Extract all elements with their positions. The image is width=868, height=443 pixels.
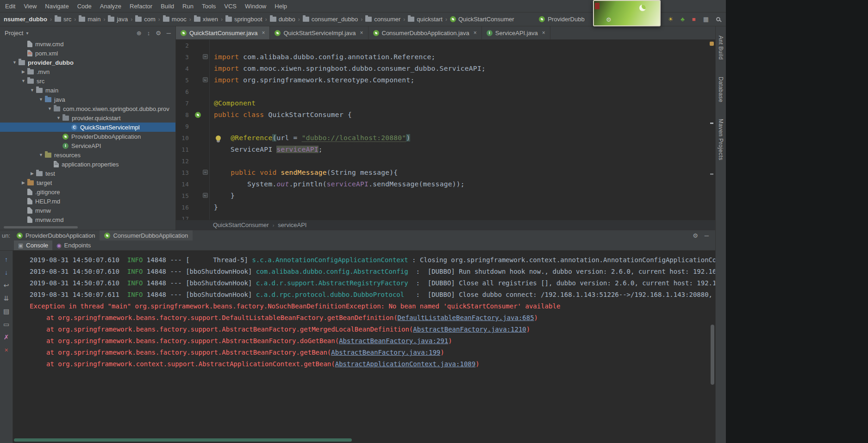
breadcrumb-member[interactable]: serviceAPI: [278, 222, 306, 228]
nav-crumb-main[interactable]: main: [78, 16, 101, 23]
menu-help[interactable]: Help: [270, 0, 291, 12]
subtab-console[interactable]: ▣Console: [14, 240, 52, 250]
menu-view[interactable]: View: [19, 0, 41, 12]
search-icon[interactable]: [716, 17, 720, 21]
nav-crumb-springboot[interactable]: springboot: [225, 16, 263, 23]
nav-crumb-src[interactable]: src: [54, 16, 72, 23]
run-settings-button[interactable]: ⚙: [693, 232, 698, 239]
settings-button[interactable]: ⚙: [156, 30, 161, 37]
spring-bean-icon[interactable]: [195, 112, 201, 118]
fold-marker[interactable]: −: [203, 54, 208, 59]
nav-crumb-quickstart[interactable]: quickstart: [407, 16, 443, 23]
breadcrumb-class[interactable]: QuickStartConsumer: [213, 222, 269, 228]
nav-crumb-nsumer-dubbo[interactable]: nsumer_dubbo: [3, 16, 48, 23]
chevron-down-icon[interactable]: ▼: [55, 116, 62, 120]
intention-bulb-icon[interactable]: [216, 135, 221, 141]
tree-item-src[interactable]: ▼src: [0, 76, 175, 86]
run-tab-consumerdubboapplication[interactable]: ConsumerDubboApplication: [100, 230, 193, 240]
nav-crumb-xiwen[interactable]: xiwen: [193, 16, 219, 23]
fold-marker[interactable]: ⌐: [203, 193, 208, 198]
tree-item--mvn[interactable]: ▶.mvn: [0, 67, 175, 76]
tree-item-quickstartserviceimpl[interactable]: CQuickStartServiceImpl: [0, 123, 175, 132]
stacktrace-link[interactable]: AbstractApplicationContext.java:1089: [335, 360, 475, 368]
chevron-right-icon[interactable]: ▶: [19, 69, 27, 74]
tree-item--gitignore[interactable]: .gitignore: [0, 187, 175, 197]
plant-icon[interactable]: ♣: [681, 16, 685, 22]
menu-refactor[interactable]: Refactor: [125, 0, 156, 12]
tab-serviceapi.java[interactable]: IServiceAPI.java×: [482, 26, 550, 39]
locate-button[interactable]: ⊕: [137, 30, 142, 37]
tree-horizontal-scrollbar[interactable]: [4, 226, 78, 228]
tree-item-pom-xml[interactable]: mpom.xml: [0, 49, 175, 58]
tree-item-test[interactable]: ▶test: [0, 169, 175, 178]
close-icon[interactable]: ×: [262, 30, 265, 36]
chevron-down-icon[interactable]: ▼: [46, 106, 54, 111]
chevron-down-icon[interactable]: ▼: [28, 88, 36, 92]
menu-run[interactable]: Run: [178, 0, 198, 12]
run-tab-providerdubboapplication[interactable]: ProviderDubboApplication: [12, 230, 100, 240]
nav-crumb-java[interactable]: java: [107, 16, 129, 23]
menu-edit[interactable]: Edit: [1, 0, 19, 12]
cut-button[interactable]: ✗: [2, 333, 11, 341]
chevron-right-icon[interactable]: ▶: [19, 180, 27, 185]
nav-crumb-com[interactable]: com: [134, 16, 156, 23]
editor-scrollbar[interactable]: [709, 40, 715, 219]
tab-consumerdubboapplication.java[interactable]: ConsumerDubboApplication.java×: [368, 26, 482, 39]
menu-code[interactable]: Code: [73, 0, 96, 12]
chevron-down-icon[interactable]: ▼: [11, 60, 19, 65]
chevron-down-icon[interactable]: ▼: [37, 97, 45, 102]
tree-item-mvnw[interactable]: mvnw: [0, 206, 175, 215]
tree-item-provider-quickstart[interactable]: ▼provider.quickstart: [0, 113, 175, 123]
menu-navigate[interactable]: Navigate: [41, 0, 73, 12]
fold-marker[interactable]: −: [203, 170, 208, 175]
menu-vcs[interactable]: VCS: [220, 0, 241, 12]
chevron-right-icon[interactable]: ▶: [28, 171, 36, 176]
soft-wrap-button[interactable]: ↩: [2, 281, 11, 289]
nav-crumb-quickstartconsumer[interactable]: QuickStartConsumer: [449, 16, 515, 23]
chevron-down-icon[interactable]: ▼: [19, 79, 27, 83]
gear-icon[interactable]: ⚙: [606, 16, 612, 23]
nav-crumb-mooc[interactable]: mooc: [162, 16, 187, 23]
clear-button[interactable]: ▭: [2, 320, 11, 328]
tree-item-main[interactable]: ▼main: [0, 86, 175, 95]
close-icon[interactable]: ×: [474, 30, 477, 36]
tool-stripe-maven-projects[interactable]: Maven Projects: [718, 119, 724, 160]
print-button[interactable]: ▤: [2, 307, 11, 315]
tool-stripe-ant-build[interactable]: Ant Build: [718, 36, 724, 60]
tree-item-providerdubboapplication[interactable]: ProviderDubboApplication: [0, 132, 175, 141]
tree-item-resources[interactable]: ▼resources: [0, 150, 175, 160]
tree-item-mvnw-cmd[interactable]: mvnw.cmd: [0, 215, 175, 224]
hide-button[interactable]: ─: [167, 30, 171, 37]
down-stack-button[interactable]: ↓: [2, 268, 11, 277]
stacktrace-link[interactable]: AbstractBeanFactory.java:291: [339, 337, 448, 345]
up-stack-button[interactable]: ↑: [2, 255, 11, 264]
project-panel-title[interactable]: Project: [5, 30, 23, 37]
close-icon[interactable]: ×: [360, 30, 363, 36]
tree-item-provider-dubbo[interactable]: ▼provider_dubbo: [0, 58, 175, 67]
stacktrace-link[interactable]: AbstractBeanFactory.java:1210: [413, 326, 526, 333]
tree-item-java[interactable]: ▼java: [0, 95, 175, 104]
scroll-end-button[interactable]: ⇊: [2, 294, 11, 302]
stacktrace-link[interactable]: DefaultListableBeanFactory.java:685: [398, 314, 534, 321]
menu-analyze[interactable]: Analyze: [96, 0, 125, 12]
nav-crumb-consumer[interactable]: consumer: [364, 16, 401, 23]
tree-item-application-properties[interactable]: application.properties: [0, 160, 175, 169]
chevron-down-icon[interactable]: ▾: [26, 31, 28, 36]
menu-tools[interactable]: Tools: [198, 0, 220, 12]
tree-item-com-mooc-xiwen-springboot-dubbo-prov[interactable]: ▼com.mooc.xiwen.springboot.dubbo.prov: [0, 104, 175, 113]
menu-build[interactable]: Build: [156, 0, 178, 12]
nav-crumb-dubbo[interactable]: dubbo: [269, 16, 296, 23]
tree-item-target[interactable]: ▶target: [0, 178, 175, 187]
analysis-status-indicator[interactable]: [710, 42, 714, 46]
nav-crumb-consumer-dubbo[interactable]: consumer_dubbo: [302, 16, 359, 23]
run-configuration-selector[interactable]: ProviderDubb: [539, 16, 585, 23]
subtab-endpoints[interactable]: ◉Endpoints: [52, 240, 95, 250]
stacktrace-link[interactable]: AbstractBeanFactory.java:199: [331, 349, 440, 356]
close-button[interactable]: ×: [2, 346, 11, 354]
collapse-all-button[interactable]: ↕: [147, 30, 150, 37]
tree-item-mvnw-cmd[interactable]: mvnw.cmd: [0, 39, 175, 49]
grid-icon[interactable]: ▦: [703, 16, 709, 22]
console-vertical-scrollbar[interactable]: [711, 325, 714, 385]
close-icon[interactable]: ×: [542, 30, 545, 36]
tab-quickstartconsumer.java[interactable]: QuickStartConsumer.java×: [176, 26, 270, 39]
